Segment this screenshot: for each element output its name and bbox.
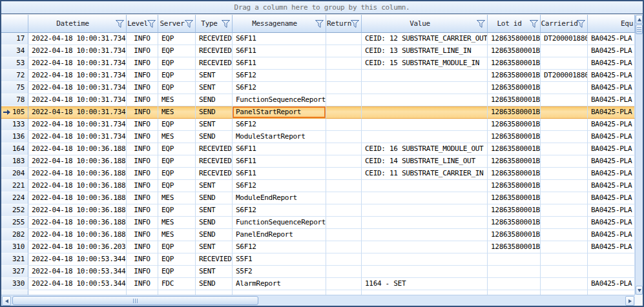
cell-type[interactable]: RECEVIED (196, 253, 233, 266)
row-indicator[interactable]: 136 (1, 131, 28, 143)
column-header-datetime[interactable]: Datetime (28, 15, 127, 33)
cell-lotid[interactable]: 12863580001B (488, 131, 541, 143)
column-header-type[interactable]: Type (196, 15, 233, 33)
cell-server[interactable]: EQP (158, 33, 196, 45)
column-header-eq[interactable]: Equ (588, 15, 635, 33)
table-row[interactable]: 1052022-04-18 10:00:31.734INFOMESSENDPan… (1, 106, 635, 119)
row-indicator[interactable]: 72 (1, 70, 28, 82)
cell-eq[interactable]: BA0425-PLA (588, 180, 635, 192)
cell-type[interactable]: SEND (196, 278, 233, 290)
cell-messagename[interactable]: S6F12 (233, 241, 326, 253)
cell-return[interactable] (326, 217, 362, 229)
cell-carrierid[interactable] (541, 143, 588, 155)
row-indicator[interactable]: 17 (1, 33, 28, 45)
cell-datetime[interactable]: 2022-04-18 10:00:31.734 (28, 82, 127, 94)
cell-level[interactable]: INFO (127, 57, 158, 70)
row-indicator[interactable]: 183 (1, 155, 28, 168)
cell-messagename[interactable]: S6F11 (233, 155, 326, 168)
cell-datetime[interactable]: 2022-04-18 10:00:36.203 (28, 241, 127, 253)
cell-server[interactable]: FDC (158, 278, 196, 290)
cell-lotid[interactable]: 12863580001B (488, 94, 541, 106)
column-header-carrierid[interactable]: Carrierid (541, 15, 588, 33)
row-indicator[interactable]: 330 (1, 278, 28, 290)
cell-eq[interactable] (588, 253, 635, 266)
cell-eq[interactable]: BA0425-PLA (588, 106, 635, 119)
table-row[interactable]: 752022-04-18 10:00:31.734INFOEQPSENTS6F1… (1, 82, 635, 94)
cell-lotid[interactable]: 12863580001B (488, 241, 541, 253)
cell-server[interactable]: MES (158, 106, 196, 119)
cell-type[interactable]: SEND (196, 106, 233, 119)
cell-value[interactable] (362, 241, 488, 253)
cell-carrierid[interactable] (541, 57, 588, 70)
cell-datetime[interactable]: 2022-04-18 10:00:53.344 (28, 266, 127, 278)
cell-return[interactable] (326, 131, 362, 143)
cell-server[interactable]: EQP (158, 57, 196, 70)
row-indicator[interactable]: 221 (1, 180, 28, 192)
filter-icon[interactable] (577, 20, 585, 28)
cell-carrierid[interactable] (541, 217, 588, 229)
filter-icon[interactable] (222, 20, 230, 28)
table-row[interactable]: 3212022-04-18 10:00:53.344INFOEQPRECEVIE… (1, 253, 635, 266)
cell-carrierid[interactable] (541, 278, 588, 290)
cell-messagename[interactable]: FunctionSequenceReport (233, 94, 326, 106)
cell-level[interactable]: INFO (127, 204, 158, 217)
cell-level[interactable]: INFO (127, 155, 158, 168)
cell-datetime[interactable]: 2022-04-18 10:00:36.188 (28, 192, 127, 204)
table-row[interactable]: 782022-04-18 10:00:31.734INFOMESSENDFunc… (1, 94, 635, 106)
cell-carrierid[interactable]: DT200001880 (541, 33, 588, 45)
table-row[interactable]: 3272022-04-18 10:00:53.344INFOEQPSENTS5F… (1, 266, 635, 278)
row-indicator[interactable]: 310 (1, 241, 28, 253)
filter-icon[interactable] (477, 20, 485, 28)
cell-eq[interactable]: BA0425-PLA (588, 70, 635, 82)
cell-lotid[interactable]: 12863580001B (488, 45, 541, 57)
cell-eq[interactable]: BA0425-PLA (588, 192, 635, 204)
cell-datetime[interactable]: 2022-04-18 10:00:53.344 (28, 253, 127, 266)
cell-type[interactable]: SENT (196, 119, 233, 131)
cell-value[interactable]: CEID: 13 SUBSTRATE_LINE_IN (362, 45, 488, 57)
cell-carrierid[interactable] (541, 266, 588, 278)
cell-messagename[interactable]: S6F12 (233, 70, 326, 82)
cell-server[interactable]: EQP (158, 180, 196, 192)
cell-level[interactable]: INFO (127, 241, 158, 253)
table-row[interactable]: 532022-04-18 10:00:31.734INFOEQPRECEVIED… (1, 57, 635, 70)
cell-server[interactable]: EQP (158, 204, 196, 217)
column-header-lotid[interactable]: Lot id (488, 15, 541, 33)
filter-icon[interactable] (530, 20, 538, 28)
cell-server[interactable]: MES (158, 217, 196, 229)
row-indicator[interactable]: 282 (1, 229, 28, 241)
cell-carrierid[interactable]: DT200001880 (541, 70, 588, 82)
cell-carrierid[interactable] (541, 192, 588, 204)
cell-type[interactable]: SENT (196, 180, 233, 192)
cell-lotid[interactable]: 12863580001B (488, 106, 541, 119)
cell-value[interactable] (362, 82, 488, 94)
cell-datetime[interactable]: 2022-04-18 10:00:53.344 (28, 278, 127, 290)
cell-type[interactable]: SENT (196, 82, 233, 94)
cell-return[interactable] (326, 94, 362, 106)
cell-return[interactable] (326, 119, 362, 131)
cell-level[interactable]: INFO (127, 82, 158, 94)
cell-level[interactable]: INFO (127, 45, 158, 57)
cell-eq[interactable]: BA0425-PLA (588, 131, 635, 143)
cell-type[interactable]: SENT (196, 266, 233, 278)
cell-level[interactable]: INFO (127, 278, 158, 290)
cell-lotid[interactable] (488, 253, 541, 266)
cell-lotid[interactable]: 12863580001B (488, 82, 541, 94)
cell-eq[interactable]: BA0425-PLA (588, 94, 635, 106)
cell-value[interactable] (362, 229, 488, 241)
cell-return[interactable] (326, 204, 362, 217)
cell-server[interactable]: EQP (158, 155, 196, 168)
cell-server[interactable]: EQP (158, 119, 196, 131)
cell-eq[interactable]: BA0425-PLA (588, 33, 635, 45)
cell-return[interactable] (326, 33, 362, 45)
cell-messagename[interactable]: S6F12 (233, 119, 326, 131)
cell-datetime[interactable]: 2022-04-18 10:00:36.188 (28, 155, 127, 168)
cell-eq[interactable]: BA0425-PLA (588, 143, 635, 155)
cell-carrierid[interactable] (541, 168, 588, 180)
row-indicator[interactable]: 327 (1, 266, 28, 278)
cell-return[interactable] (326, 143, 362, 155)
cell-messagename[interactable]: FunctionSequenceReport (233, 217, 326, 229)
cell-value[interactable] (362, 253, 488, 266)
cell-eq[interactable]: BA0425-PLA (588, 57, 635, 70)
cell-lotid[interactable]: 12863580001B (488, 143, 541, 155)
cell-lotid[interactable]: 12863580001B (488, 192, 541, 204)
